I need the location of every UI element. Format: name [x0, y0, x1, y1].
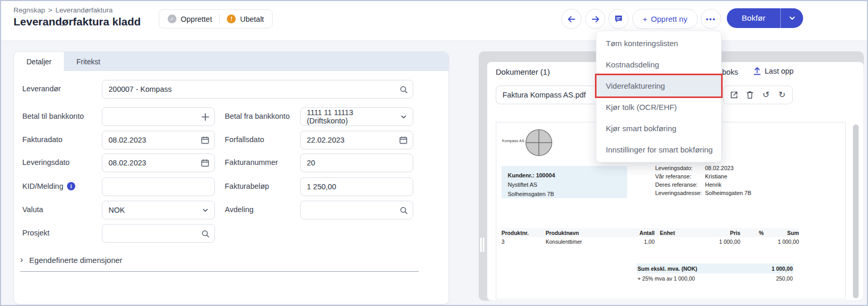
calendar-icon[interactable] — [200, 135, 210, 145]
tab-detaljer[interactable]: Detaljer — [14, 52, 64, 71]
upload-label: Last opp — [765, 67, 794, 75]
bokfor-split-button: Bokfør — [727, 8, 803, 28]
menu-item-viderefakturering[interactable]: Viderefakturering — [596, 75, 721, 96]
badge-divider — [219, 14, 220, 24]
kid-melding-label-text: KID/Melding — [22, 182, 63, 190]
invoice-sender-name: Kompass AS — [502, 138, 524, 143]
valuta-select[interactable]: NOK — [102, 201, 215, 219]
plus-icon: + — [643, 15, 647, 23]
menu-item-kjor-tolk[interactable]: Kjør tolk (OCR/EHF) — [596, 96, 721, 118]
menu-item-kjor-smart-bokforing[interactable]: Kjør smart bokføring — [596, 118, 721, 139]
chevron-down-icon — [789, 15, 796, 22]
totals-value: 250,00 — [776, 275, 793, 282]
plus-icon[interactable] — [200, 112, 210, 122]
more-actions-button[interactable]: ••• — [701, 9, 721, 29]
cell-sum: 1 000,00 — [764, 239, 799, 245]
forfallsdato-label: Forfallsdato — [225, 135, 264, 144]
meta-label: Leveringsdato: — [655, 164, 705, 172]
meta-value: Henrik — [705, 180, 722, 189]
document-toolbar: ↺ ↻ — [723, 86, 793, 104]
search-icon[interactable] — [398, 205, 409, 215]
search-icon[interactable] — [200, 228, 210, 239]
prosjekt-input[interactable] — [102, 224, 215, 243]
leveringsdato-input[interactable] — [102, 154, 215, 172]
table-header-row: Produktnr. Produktnavn Antall Enhet Pris… — [501, 228, 799, 237]
create-new-button[interactable]: + Opprett ny — [632, 9, 698, 29]
leveringsdato-label: Leveringsdato — [22, 158, 70, 166]
fakturabelop-label: Fakturabeløp — [225, 182, 269, 190]
kid-melding-input[interactable] — [102, 177, 215, 196]
table-row: 3 Konsulenttimer 1,00 1 000,00 1 000,00 — [501, 237, 799, 246]
breadcrumb-link-leverandorfaktura[interactable]: Leverandørfaktura — [56, 6, 113, 14]
status-badge-ubetalt: ! Ubetalt — [227, 15, 264, 23]
invoice-totals: Sum ekskl. mva. (NOK) 1 000,00 + 25% mva… — [636, 263, 794, 283]
breadcrumb-separator: > — [48, 6, 52, 14]
tab-fritekst[interactable]: Fritekst — [64, 52, 113, 71]
betal-fra-select[interactable]: 1111 11 11113 (Driftskonto) — [300, 107, 413, 126]
leverandor-input[interactable] — [102, 80, 413, 99]
delete-document-button[interactable] — [744, 89, 756, 101]
fakturabelop-input[interactable] — [300, 177, 413, 196]
forfallsdato-input[interactable] — [300, 131, 413, 149]
rotate-left-button[interactable]: ↺ — [760, 89, 772, 101]
upload-button[interactable]: Last opp — [753, 67, 794, 75]
info-icon[interactable]: i — [67, 182, 75, 190]
cell-produktnavn: Konsulenttimer — [546, 239, 626, 245]
kid-melding-label: KID/Melding i — [22, 182, 75, 190]
bokfor-dropdown-button[interactable] — [781, 8, 803, 28]
menu-item-innstillinger-smart-bokforing[interactable]: Innstillinger for smart bokføring — [596, 139, 721, 160]
prosjekt-label: Prosjekt — [22, 229, 49, 237]
chevron-down-icon[interactable] — [398, 112, 409, 122]
chevron-down-icon[interactable] — [200, 205, 210, 215]
col-sum: Sum — [764, 230, 799, 236]
customer-number: Kundenr.: 100004 — [508, 171, 621, 180]
forfallsdato-field-wrap — [300, 131, 413, 149]
calendar-icon[interactable] — [398, 135, 409, 145]
bokfor-button[interactable]: Bokfør — [727, 8, 780, 28]
cell-antall: 1,00 — [626, 239, 655, 245]
fakturanummer-input[interactable] — [300, 154, 413, 172]
meta-label: Deres referanse: — [655, 180, 705, 189]
page-title: Leverandørfaktura kladd — [13, 16, 141, 28]
meta-value: Solheimsgaten 7B — [705, 189, 751, 197]
avdeling-label: Avdeling — [225, 205, 253, 214]
prosjekt-field-wrap — [102, 224, 215, 243]
betal-til-label: Betal til bankkonto — [22, 112, 84, 120]
col-percent: % — [740, 230, 764, 236]
kid-melding-field-wrap — [102, 177, 215, 196]
open-external-button[interactable] — [728, 89, 740, 101]
status-badge-group: ✓ Opprettet ! Ubetalt — [159, 9, 273, 29]
betal-til-input[interactable] — [102, 107, 215, 126]
fakturanummer-field-wrap — [300, 154, 413, 172]
topbar: Regnskap > Leverandørfaktura Leverandørf… — [1, 1, 867, 41]
menu-item-tom-konteringslisten[interactable]: Tøm konteringslisten — [596, 33, 721, 54]
create-new-label: Opprett ny — [651, 15, 687, 23]
upload-icon — [753, 67, 761, 75]
avdeling-input[interactable] — [300, 201, 413, 219]
scrollbar[interactable] — [853, 124, 859, 298]
valuta-field-wrap: NOK — [102, 201, 215, 219]
panel-resize-handle[interactable] — [480, 238, 485, 252]
avdeling-field-wrap — [300, 201, 413, 219]
menu-item-kostnadsdeling[interactable]: Kostnadsdeling — [596, 54, 721, 75]
leveringsdato-field-wrap — [102, 154, 215, 172]
fakturadato-input[interactable] — [102, 131, 215, 149]
custom-dimensions-expander[interactable]: › Egendefinerte dimensjoner — [20, 255, 419, 272]
calendar-icon[interactable] — [200, 158, 210, 168]
meta-label: Leveringsadresse: — [655, 189, 705, 197]
rotate-right-button[interactable]: ↻ — [776, 89, 789, 101]
totals-row-vat: + 25% mva av 1 000,00 250,00 — [636, 273, 794, 283]
inbox-button-partial[interactable]: boks — [722, 68, 738, 76]
invoice-meta-block: Leveringsdato:08.02.2023 Vår referanse:K… — [655, 164, 751, 197]
back-button[interactable] — [561, 9, 581, 29]
rotate-cw-icon: ↻ — [779, 91, 785, 99]
customer-name: Nystiftet AS — [508, 180, 621, 189]
search-icon[interactable] — [398, 84, 409, 94]
breadcrumb-link-regnskap[interactable]: Regnskap — [13, 6, 45, 14]
col-produktnavn: Produktnavn — [546, 230, 626, 236]
fakturabelop-field-wrap — [300, 177, 413, 196]
forward-button[interactable] — [585, 9, 605, 29]
leverandor-label: Leverandør — [22, 85, 61, 93]
comments-button[interactable] — [608, 9, 629, 29]
col-produktnr: Produktnr. — [501, 230, 546, 236]
